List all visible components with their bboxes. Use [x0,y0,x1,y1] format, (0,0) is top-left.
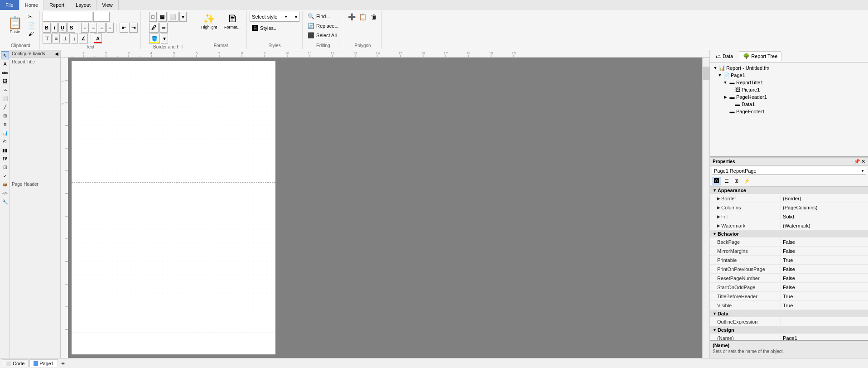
styles-button[interactable]: 🅰 Styles... [250,23,280,33]
props-mirrormargins-value[interactable]: False [781,247,868,255]
underline-button[interactable]: U [58,23,67,33]
italic-button[interactable]: I [52,23,58,33]
indent-decrease-button[interactable]: ⇤ [120,23,128,33]
canvas-scroll-area[interactable]: 1 2 [61,58,709,358]
check2-tool-button[interactable]: ✓ [1,172,9,180]
tree-page1[interactable]: ▼ 📄 Page1 [712,72,866,79]
tree-picture1[interactable]: ▶ 🖼 Picture1 [712,86,866,93]
design-section-header[interactable]: ▼ Design [710,326,868,334]
border-all-button[interactable]: ▦ [158,12,167,22]
data-section-header[interactable]: ▼ Data [710,310,868,317]
shape-tool-button[interactable]: ⬜ [1,94,9,102]
report-tree-tab[interactable]: 🌳 Report Tree [739,51,781,61]
fill-dropdown-button[interactable]: ▾ [161,34,168,44]
tab-report[interactable]: Report [44,0,70,10]
props-name-value[interactable]: Page1 [781,334,868,340]
tab-view[interactable]: View [96,0,119,10]
props-category-button[interactable]: ☰ [722,177,731,185]
highlight-button[interactable]: ✨ Highlight [198,12,220,31]
border-dropdown-button[interactable]: ▾ [179,12,187,22]
props-columns-expand[interactable]: ▶ Columns [710,204,781,211]
paste-button[interactable]: 📋 Paste [5,12,25,39]
tree-reporttitle1[interactable]: ▼ ▬ ReportTitle1 [712,79,866,86]
table-tool-button[interactable]: ⊞ [1,111,9,120]
configure-bands-button[interactable]: Configure bands... [12,51,55,56]
appearance-section-header[interactable]: ▼ Appearance [710,187,868,194]
valign-middle-button[interactable]: ≡ [53,34,60,44]
tree-data1[interactable]: ▶ ▬ Data1 [712,101,866,108]
props-object-selector[interactable]: Page1 ReportPage ▾ [712,167,866,175]
valign-bottom-button[interactable]: ⊥ [61,34,70,44]
data-tab[interactable]: 🗃 Data [712,51,737,61]
props-border-expand[interactable]: ▶ Border [710,195,781,202]
polygon-copy-button[interactable]: 📋 [358,12,368,22]
props-events-button[interactable]: ⚡ [742,177,752,185]
barcode-tool-button[interactable]: ▮▮ [1,146,9,154]
props-backpage-value[interactable]: False [781,238,868,246]
select-style-dropdown[interactable]: Select style ▾ [250,12,299,22]
props-visible-value[interactable]: True [781,302,868,309]
text-tool-button[interactable]: A [1,60,9,68]
strikethrough-button[interactable]: S [68,23,75,33]
props-outlineexpression-value[interactable] [781,321,868,323]
add-tab-button[interactable]: + [59,359,67,368]
misc-tool-button[interactable]: 🔧 [1,198,9,206]
chart-tool-button[interactable]: 📊 [1,129,9,137]
format-painter-button[interactable]: 🖌 [26,30,37,38]
props-watermark-expand[interactable]: ▶ Watermark [710,222,781,229]
border-none-button[interactable]: □ [149,12,157,22]
cut-button[interactable]: ✂ [26,13,37,21]
props-sort-button[interactable]: 🅰 [712,177,721,185]
map-tool-button[interactable]: 🗺 [1,155,9,163]
polygon-add-button[interactable]: ➕ [347,12,357,22]
border-color-button[interactable]: 🖊 [149,23,159,33]
select-tool-button[interactable]: ↖ [1,51,9,59]
props-startonoddpage-value[interactable]: False [781,284,868,291]
font-color-button[interactable]: A [94,34,102,44]
props-fill-expand[interactable]: ▶ Fill [710,213,781,220]
abc-tool-button[interactable]: abc [1,68,9,77]
properties-pin-button[interactable]: 📌 [854,159,860,165]
props-titlebeforeheader-value[interactable]: True [781,293,868,300]
sub-report-tool-button[interactable]: SR [1,86,9,94]
code-tab[interactable]: ⬜ Code [2,359,29,367]
page1-tab[interactable]: Page1 [29,359,58,367]
props-resetpagenumber-value[interactable]: False [781,275,868,282]
angle-button[interactable]: ∠ [79,34,88,44]
align-center-button[interactable]: ≡ [90,23,97,33]
props-grid-button[interactable]: ⊞ [732,177,741,185]
valign-top-button[interactable]: ⊤ [43,34,52,44]
tab-layout[interactable]: Layout [70,0,96,10]
picture-tool-button[interactable]: 🖼 [1,77,9,85]
tree-pagefooter1[interactable]: ▶ ▬ PageFooter1 [712,108,866,115]
vertical-scrollbar[interactable] [702,58,709,358]
indent-increase-button[interactable]: ⇥ [129,23,138,33]
tree-root[interactable]: ▼ 📊 Report - Untitled.frx [712,64,866,72]
align-right-button[interactable]: ≡ [98,23,105,33]
font-name-combo[interactable] [43,12,92,22]
gauge-tool-button[interactable]: ⏱ [1,137,9,145]
font-size-combo[interactable] [93,12,110,22]
props-printonpreviouspage-value[interactable]: False [781,266,868,273]
matrix-tool-button[interactable]: ⊠ [1,120,9,128]
replace-button[interactable]: 🔄 Replace... [305,21,341,30]
border-width-button[interactable]: ═ [159,23,168,33]
tree-pageheader1[interactable]: ▶ ▬ PageHeader1 [712,93,866,101]
props-printable-value[interactable]: True [781,257,868,264]
justify-button[interactable]: ≡ [106,23,114,33]
copy-button[interactable]: 📄 [26,21,37,29]
zip-tool-button[interactable]: 📦 [1,180,9,189]
code-tool-button[interactable]: </> [1,189,9,197]
tab-file[interactable]: File [0,0,19,10]
fill-color-button[interactable]: 🪣 [149,34,160,44]
line-tool-button[interactable]: ╱ [1,103,9,111]
text-direction-button[interactable]: ↕ [71,34,78,44]
tab-home[interactable]: Home [19,0,44,10]
checkbox-tool-button[interactable]: ☑ [1,163,9,171]
select-all-button[interactable]: ⬛ Select All [305,31,339,40]
properties-close-button[interactable]: ✕ [861,159,865,165]
find-button[interactable]: 🔍 Find... [305,12,333,21]
border-outer-button[interactable]: ⬜ [168,12,178,22]
canvas-area[interactable] [68,58,702,358]
behavior-section-header[interactable]: ▼ Behavior [710,230,868,237]
